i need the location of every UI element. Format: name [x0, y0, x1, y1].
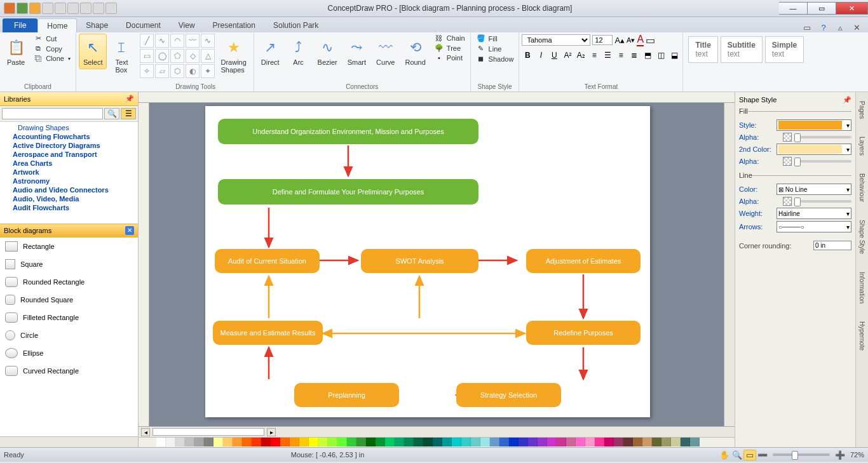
diagram-block[interactable]: Preplanning [294, 383, 399, 407]
palette-color[interactable] [452, 438, 461, 446]
align-center-button[interactable]: ☰ [602, 50, 613, 61]
palette-color[interactable] [557, 438, 566, 446]
grow-font-icon[interactable]: A▴ [614, 36, 625, 45]
qat-button[interactable] [4, 3, 15, 14]
tool-button[interactable]: ◇ [186, 49, 200, 63]
qat-button[interactable] [17, 3, 28, 14]
palette-color[interactable] [690, 438, 700, 446]
qat-button[interactable] [42, 3, 53, 14]
palette-color[interactable] [261, 438, 271, 446]
clone-button[interactable]: ⿻Clone▾ [31, 54, 73, 63]
palette-color[interactable] [595, 438, 604, 446]
zoom-percent[interactable]: 72% [850, 451, 864, 459]
palette-color[interactable] [242, 438, 252, 446]
copy-button[interactable]: ⧉Copy [31, 44, 73, 53]
tree-item[interactable]: Accounting Flowcharts [0, 132, 138, 141]
shape-item[interactable]: Ellipse [0, 344, 138, 362]
palette-color[interactable] [309, 438, 318, 446]
palette-color[interactable] [461, 438, 471, 446]
palette-color[interactable] [166, 438, 175, 446]
palette-color[interactable] [528, 438, 538, 446]
tool-button[interactable]: ∿ [155, 34, 169, 48]
tree-item[interactable]: Audio and Video Connectors [0, 185, 138, 194]
shadow-button[interactable]: ◼Shadow [473, 54, 517, 64]
pan-tool-icon[interactable]: ✋ [718, 450, 731, 460]
tree-item[interactable]: Audio, Video, Media [0, 194, 138, 203]
palette-color[interactable] [223, 438, 233, 446]
tool-button[interactable]: 〰 [186, 34, 200, 48]
qat-button[interactable] [67, 3, 79, 14]
tree-item[interactable]: Astronomy [0, 177, 138, 185]
canvas[interactable]: Understand Organization Environment, Mis… [149, 103, 724, 426]
palette-color[interactable] [204, 438, 214, 446]
palette-color[interactable] [585, 438, 595, 446]
palette-color[interactable] [395, 438, 404, 446]
zoom-in-button[interactable]: ➕ [834, 450, 846, 460]
palette-color[interactable] [156, 438, 166, 446]
palette-color[interactable] [318, 438, 328, 446]
palette-color[interactable] [442, 438, 452, 446]
palette-color[interactable] [604, 438, 614, 446]
tool-button[interactable]: ⬠ [170, 49, 184, 63]
shape-item[interactable]: Rectangle [0, 238, 138, 255]
page[interactable]: Understand Organization Environment, Mis… [205, 106, 650, 417]
viewmode-button[interactable]: ☰ [121, 108, 136, 119]
valign-bot-button[interactable]: ⬓ [668, 50, 680, 61]
diagram-block[interactable]: Adjustment of Estimates [526, 249, 641, 273]
align-justify-button[interactable]: ≣ [628, 50, 640, 61]
weight-dropdown[interactable]: Hairline▾ [776, 208, 851, 219]
subscript-button[interactable]: A₂ [575, 50, 587, 61]
tree-item[interactable]: Active Directory Diagrams [0, 141, 138, 150]
palette-color[interactable] [194, 438, 204, 446]
palette-color[interactable] [414, 438, 423, 446]
alpha2-slider[interactable] [794, 160, 851, 163]
close-button[interactable]: ✕ [836, 2, 868, 15]
file-tab[interactable]: File [3, 18, 37, 32]
minimize-button[interactable]: — [779, 2, 808, 15]
palette-color[interactable] [547, 438, 557, 446]
palette-color[interactable] [433, 438, 442, 446]
palette-color[interactable] [385, 438, 395, 446]
palette-color[interactable] [376, 438, 385, 446]
tree-item[interactable]: Area Charts [0, 159, 138, 168]
shrink-font-icon[interactable]: A▾ [627, 36, 635, 44]
shape-item[interactable]: Square [0, 255, 138, 273]
connector-arc-button[interactable]: ⤴Arc [285, 34, 312, 69]
valign-top-button[interactable]: ⬒ [642, 50, 653, 61]
diagram-block[interactable]: Redefine Purposes [526, 321, 641, 345]
connector-direct-button[interactable]: ↗Direct [257, 34, 284, 69]
tool-button[interactable]: ∿ [201, 34, 215, 48]
zoom-tool-icon[interactable]: 🔍 [731, 450, 743, 460]
tab-shape[interactable]: Shape [77, 18, 117, 32]
diagram-block[interactable]: SWOT Analysis [361, 249, 478, 273]
tree-item[interactable]: Drawing Shapes [0, 123, 138, 132]
help-icon[interactable]: ? [818, 23, 829, 32]
palette-color[interactable] [633, 438, 642, 446]
palette-color[interactable] [337, 438, 347, 446]
shape-item[interactable]: Curved Rectangle [0, 362, 138, 380]
tool-button[interactable]: ◯ [155, 49, 169, 63]
qat-button[interactable] [55, 3, 66, 14]
line-color-dropdown[interactable]: ⊠ No Line▾ [776, 184, 851, 195]
qat-button[interactable] [93, 3, 104, 14]
second-color-dropdown[interactable]: ▾ [776, 144, 851, 155]
diagram-block[interactable]: Understand Organization Environment, Mis… [218, 119, 478, 144]
paste-button[interactable]: 📋Paste [3, 34, 29, 69]
underline-button[interactable]: U [548, 50, 560, 61]
tool-button[interactable]: ▱ [155, 64, 169, 78]
sidetab-layers[interactable]: Layers [858, 134, 865, 158]
palette-color[interactable] [471, 438, 480, 446]
font-select[interactable]: Tahoma [522, 34, 590, 46]
shape-list[interactable]: Rectangle Square Rounded Rectangle Round… [0, 238, 138, 436]
tab-solution-park[interactable]: Solution Park [264, 18, 327, 32]
sidetab-hypernote[interactable]: Hypernote [858, 319, 865, 353]
palette-color[interactable] [404, 438, 414, 446]
select-tool-button[interactable]: ↖Select [79, 34, 107, 69]
fill-button[interactable]: 🪣Fill [473, 34, 517, 43]
page-navigator[interactable]: ◂ ▸ [139, 426, 278, 437]
palette-color[interactable] [661, 438, 671, 446]
corner-rounding-input[interactable] [813, 241, 851, 250]
connector-smart-button[interactable]: ⤳Smart [343, 34, 370, 69]
palette-color[interactable] [233, 438, 242, 446]
textbox-button[interactable]: 𝙸Text Box [108, 34, 135, 77]
